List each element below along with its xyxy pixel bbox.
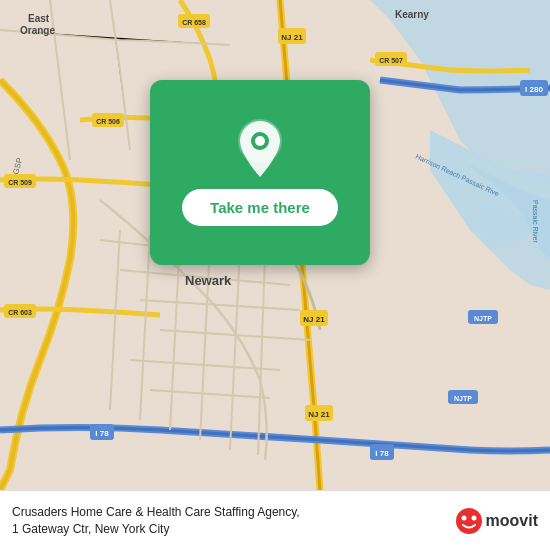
svg-text:I 78: I 78 [95,429,109,438]
svg-text:NJ 21: NJ 21 [308,410,330,419]
svg-text:Newark: Newark [185,273,232,288]
address-line2: 1 Gateway Ctr, New York City [12,522,169,536]
svg-text:East: East [28,13,50,24]
svg-text:Passaic River: Passaic River [532,200,539,243]
svg-text:NJ 21: NJ 21 [281,33,303,42]
svg-text:CR 603: CR 603 [8,309,32,316]
take-me-there-button[interactable]: Take me there [182,189,338,226]
svg-text:Kearny: Kearny [395,9,429,20]
svg-text:CR 507: CR 507 [379,57,403,64]
svg-point-50 [461,515,466,520]
footer-address: Crusaders Home Care & Health Care Staffi… [12,504,445,538]
svg-text:I 280: I 280 [525,85,543,94]
svg-text:NJTP: NJTP [454,395,472,402]
svg-text:CR 509: CR 509 [8,179,32,186]
action-card: Take me there [150,80,370,265]
svg-text:NJ 21: NJ 21 [303,315,325,324]
svg-point-48 [255,136,265,146]
moovit-brand-icon [455,507,483,535]
svg-text:Orange: Orange [20,25,55,36]
svg-point-49 [456,508,482,534]
footer: Crusaders Home Care & Health Care Staffi… [0,490,550,550]
map-container: GSP NJ 21 NJ 21 NJ 21 I 280 I 78 I 78 CR… [0,0,550,490]
moovit-brand-name: moovit [486,512,538,530]
svg-text:CR 658: CR 658 [182,19,206,26]
address-line1: Crusaders Home Care & Health Care Staffi… [12,505,300,519]
svg-text:I 78: I 78 [375,449,389,458]
svg-text:CR 506: CR 506 [96,118,120,125]
moovit-logo: moovit [455,507,538,535]
location-pin-icon [233,119,287,179]
svg-text:NJTP: NJTP [474,315,492,322]
svg-point-51 [471,515,476,520]
